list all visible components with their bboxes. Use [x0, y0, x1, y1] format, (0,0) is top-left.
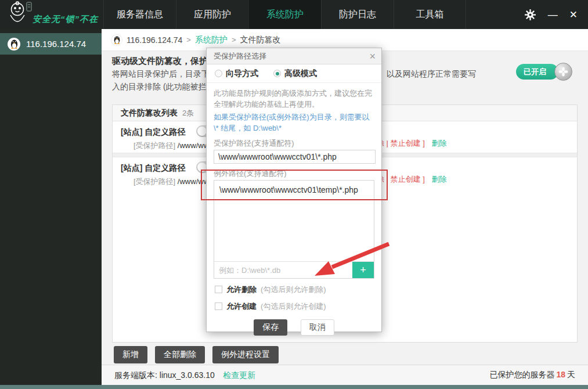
dialog-description: 此功能是防护规则的高级添加方式，建议您在完全理解此功能的基础上再使用。 [214, 88, 374, 110]
allow-delete-label: 允许删除 [226, 284, 257, 295]
allow-create-hint: (勾选后则允许创建) [261, 301, 326, 312]
minimize-icon[interactable]: — [548, 10, 558, 20]
allow-delete-row: 允许删除(勾选后则允许删除) [215, 283, 373, 296]
footer-version: 服务端版本: linux_3.0.63.10 检查更新 [114, 370, 255, 381]
allow-delete-checkbox[interactable] [215, 286, 222, 293]
breadcrumb-separator: > [186, 35, 191, 44]
advanced-mode-label: 高级模式 [284, 69, 317, 79]
check-update-link[interactable]: 检查更新 [223, 370, 255, 380]
exception-path-entry: \www\wwwroot\wwwcctv01\temp\*.php [214, 181, 374, 199]
nav-app-protection[interactable]: 应用防护 [176, 0, 248, 29]
close-window-icon[interactable]: ✕ [569, 10, 578, 20]
breadcrumb-current-page: 文件防篡改 [240, 35, 280, 45]
intro-text-fragment: 将网站目录保护后，目录下的 [112, 69, 218, 80]
forbid-links-fragment[interactable]: 除 | 禁止创建 ] [377, 175, 425, 183]
nav-toolbox[interactable]: 工具箱 [394, 0, 466, 29]
add-exception-row: + [214, 261, 374, 278]
delete-all-button[interactable]: 全部删除 [155, 346, 205, 363]
protected-path-label: [受保护路径] [134, 141, 175, 150]
intro-text-fragment-right: 以及网站程序正常需要写 [387, 69, 476, 80]
main-nav: 服务器信息 应用防护 系统防护 防护日志 工具箱 [103, 0, 466, 29]
app-logo: 安全无“锁”不在 [0, 0, 103, 29]
rule-actions: 除 | 禁止创建 ] 删除 [377, 174, 446, 185]
nav-server-info[interactable]: 服务器信息 [103, 0, 176, 29]
allow-create-row: 允许创建(勾选后则允许创建) [215, 300, 373, 312]
dialog-title: 受保护路径选择 [214, 51, 266, 62]
sidebar-server-item[interactable]: 116.196.124.74 [0, 33, 102, 55]
new-exception-path-input[interactable] [214, 262, 352, 278]
app-window: 安全无“锁”不在 服务器信息 应用防护 系统防护 防护日志 工具箱 [0, 0, 588, 389]
panel-title: 文件防篡改列表 [121, 108, 178, 118]
radio-selected-icon [273, 70, 281, 77]
protected-path-input[interactable] [214, 150, 376, 164]
breadcrumb-separator: > [232, 35, 236, 44]
forbid-links-fragment[interactable]: 除 | 禁止创建 ] [377, 139, 425, 147]
add-rule-button[interactable]: 新增 [114, 346, 147, 363]
rule-site-label: [站点] 自定义路径 [121, 127, 185, 138]
intro-text-fragment: 入的目录排除 (此功能被拦截 [112, 82, 215, 92]
linux-penguin-icon [8, 38, 20, 51]
toggle-knob [197, 127, 207, 136]
nav-protection-logs[interactable]: 防护日志 [321, 0, 394, 29]
mode-radio-group: 向导方式 高级模式 [207, 64, 381, 83]
toggle-knob [197, 163, 207, 172]
wizard-mode-label: 向导方式 [226, 69, 258, 79]
delete-rule-link[interactable]: 删除 [431, 175, 446, 183]
status-badge-label: 已开启 [524, 67, 546, 77]
nav-system-protection[interactable]: 系统防护 [248, 0, 321, 29]
breadcrumb-server-ip[interactable]: 116.196.124.74 [127, 35, 182, 45]
logo-slogan: 安全无“锁”不在 [33, 14, 98, 25]
window-controls: — ✕ [524, 0, 588, 29]
bottom-accent-strip [0, 385, 588, 389]
dialog-titlebar: 受保护路径选择 × [207, 48, 381, 64]
toggle-knob-pinwheel-icon [554, 63, 572, 81]
allow-create-checkbox[interactable] [215, 302, 222, 310]
settings-gear-icon[interactable] [524, 9, 536, 21]
server-version-label: 服务端版本: linux_3.0.63.10 [114, 370, 215, 380]
save-button[interactable]: 保存 [254, 319, 287, 336]
protection-enabled-toggle[interactable]: 已开启 [516, 64, 558, 80]
protected-path-dialog: 受保护路径选择 × 向导方式 高级模式 此功能是防护规则的高级添加方式，建议您在… [206, 48, 382, 332]
protected-path-field-label: 受保护路径(支持通配符) [214, 138, 374, 149]
delete-rule-link[interactable]: 删除 [431, 139, 446, 147]
allow-delete-hint: (勾选后则允许删除) [261, 284, 326, 295]
sidebar: 116.196.124.74 [0, 29, 102, 385]
add-exception-button[interactable]: + [352, 262, 374, 278]
exception-process-button[interactable]: 例外进程设置 [212, 346, 279, 363]
dialog-buttons: 保存 取消 [207, 319, 381, 336]
dialog-hint-blue: 如果受保护路径(或例外路径)为目录，则需要以 \* 结尾，如 D:\web\* [214, 111, 374, 134]
advanced-mode-radio[interactable]: 高级模式 [273, 69, 317, 79]
bottom-actions: 新增 全部删除 例外进程设置 [114, 346, 279, 363]
safedog-mascot-icon [6, 1, 33, 29]
cancel-button[interactable]: 取消 [301, 319, 334, 336]
sidebar-server-ip: 116.196.124.74 [26, 39, 86, 49]
wizard-mode-radio[interactable]: 向导方式 [215, 69, 258, 79]
protected-path-label: [受保护路径] [134, 177, 175, 186]
topbar: 安全无“锁”不在 服务器信息 应用防护 系统防护 防护日志 工具箱 [0, 0, 588, 29]
rule-site-label: [站点] 自定义路径 [121, 163, 185, 174]
radio-circle-icon [215, 70, 222, 77]
linux-penguin-icon [111, 34, 122, 46]
protected-days-text: 已保护您的服务器18天 [489, 370, 575, 380]
protected-days-count: 18 [556, 370, 565, 379]
rule-actions: 除 | 禁止创建 ] 删除 [377, 138, 446, 149]
allow-create-label: 允许创建 [226, 301, 257, 312]
exception-path-field-label: 例外路径(支持通配符) [214, 168, 374, 179]
panel-count: 2条 [182, 108, 194, 118]
footer: 服务端版本: linux_3.0.63.10 检查更新 已保护您的服务器18天 [102, 365, 588, 385]
exception-path-listbox: \www\wwwroot\wwwcctv01\temp\*.php + [214, 180, 374, 279]
dialog-close-icon[interactable]: × [369, 51, 376, 62]
breadcrumb-system-protection[interactable]: 系统防护 [195, 35, 228, 45]
